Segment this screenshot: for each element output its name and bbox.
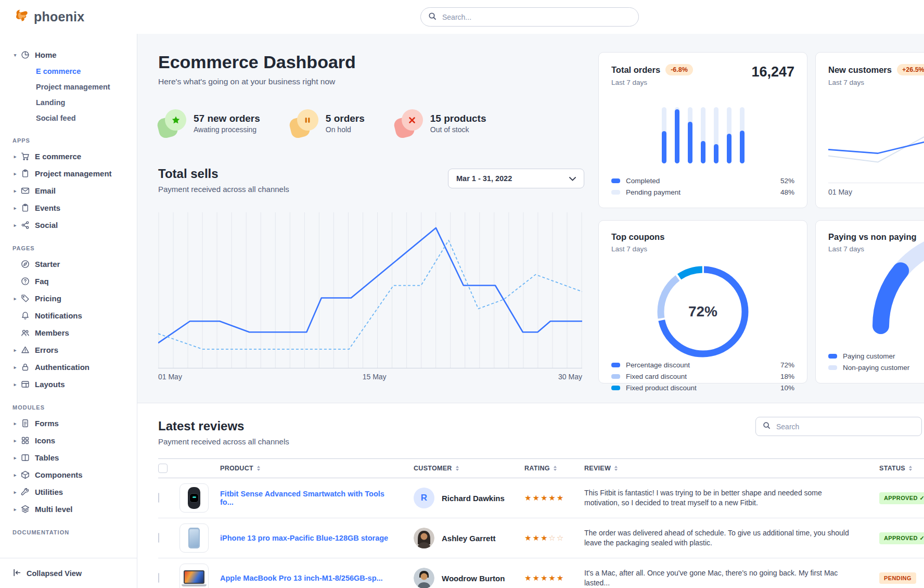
legend-value: 10%	[780, 384, 794, 392]
row-checkbox[interactable]	[158, 573, 159, 583]
sidebar-item-members[interactable]: Members	[11, 324, 131, 341]
logo-text: phoenix	[34, 9, 84, 24]
reviews-search-input[interactable]	[775, 422, 915, 431]
sidebar-item-email[interactable]: ▸Email	[11, 182, 131, 199]
product-image[interactable]	[179, 483, 209, 513]
sidebar-item-multi-level[interactable]: ▸Multi level	[11, 501, 131, 518]
sidebar-item-forms[interactable]: ▸Forms	[11, 415, 131, 432]
sidebar-item-events[interactable]: ▸Events	[11, 199, 131, 216]
row-checkbox[interactable]	[158, 533, 159, 543]
customer-name: Woodrow Burton	[442, 574, 505, 583]
legend-swatch	[611, 190, 620, 195]
caret-right-icon: ▸	[11, 171, 19, 176]
legend-item: Fixed product discount10%	[611, 384, 794, 392]
paying-vs-nonpaying-card: Paying vs non paying Last 7 days Paying …	[815, 220, 924, 384]
sidebar-item-label: Social	[35, 221, 58, 229]
sort-icon[interactable]	[257, 466, 260, 471]
search-icon	[428, 12, 437, 22]
share-icon	[21, 221, 30, 229]
sidebar-item-tables[interactable]: ▸Tables	[11, 449, 131, 466]
row-checkbox[interactable]	[158, 493, 159, 503]
column-header-review[interactable]: REVIEW	[584, 465, 879, 472]
total-sells-x-axis: 01 May 15 May 30 May	[158, 373, 582, 384]
select-all-checkbox[interactable]	[158, 464, 168, 473]
sidebar-subitem-project-management[interactable]: Project management	[11, 79, 131, 95]
review-table-row: iPhone 13 pro max-Pacific Blue-128GB sto…	[158, 518, 924, 558]
product-link[interactable]: iPhone 13 pro max-Pacific Blue-128GB sto…	[220, 534, 403, 542]
page-title: Ecommerce Dashboard	[158, 52, 584, 72]
sidebar-item-label: Multi level	[35, 505, 73, 514]
total-orders-legend: Completed52%Pending payment48%	[611, 177, 794, 196]
sidebar-item-starter[interactable]: Starter	[11, 255, 131, 273]
sort-icon[interactable]	[554, 466, 557, 471]
avatar: R	[414, 488, 434, 508]
sidebar-item-errors[interactable]: ▸Errors	[11, 341, 131, 359]
legend-label: Paying customer	[843, 352, 895, 360]
sidebar-item-label: Notifications	[35, 311, 82, 320]
total-orders-value: 16,247	[751, 64, 794, 80]
sidebar-subitem-e-commerce[interactable]: E commerce	[11, 63, 131, 79]
product-link[interactable]: Fitbit Sense Advanced Smartwatch with To…	[220, 490, 414, 506]
sidebar-item-faq[interactable]: Faq	[11, 273, 131, 290]
product-image[interactable]	[179, 523, 209, 553]
product-image[interactable]	[179, 564, 209, 588]
status-badge: APPROVED ✓	[879, 532, 924, 544]
column-header-rating[interactable]: RATING	[524, 465, 584, 472]
sort-icon[interactable]	[614, 466, 618, 471]
sidebar-item-utilities[interactable]: ▸Utilities	[11, 483, 131, 501]
box-icon	[21, 470, 30, 479]
sidebar-item-notifications[interactable]: Notifications	[11, 307, 131, 324]
navbar-search-input[interactable]	[441, 12, 631, 22]
reviews-search[interactable]	[755, 417, 922, 436]
review-table-row: Fitbit Sense Advanced Smartwatch with To…	[158, 478, 924, 518]
stat-label: On hold	[326, 125, 365, 134]
sidebar-item-components[interactable]: ▸Components	[11, 466, 131, 483]
caret-right-icon: ▸	[11, 206, 19, 211]
table-icon	[21, 453, 30, 462]
legend-item: Pending payment48%	[611, 188, 794, 196]
sidebar-item-layouts[interactable]: ▸Layouts	[11, 376, 131, 393]
file-icon	[21, 419, 30, 428]
sidebar-item-pricing[interactable]: ▸Pricing	[11, 290, 131, 307]
sidebar-item-icons[interactable]: ▸Icons	[11, 432, 131, 449]
sidebar-item-label: Events	[35, 203, 60, 212]
sidebar-item-label: Starter	[35, 260, 60, 269]
sidebar-item-home[interactable]: ▾Home	[11, 46, 131, 63]
navbar-search[interactable]	[420, 7, 639, 27]
column-header-status[interactable]: STATUS	[879, 465, 924, 472]
sidebar-section-label: MODULES	[12, 404, 131, 411]
status-badge: APPROVED ✓	[879, 492, 924, 504]
legend-value: 18%	[780, 373, 794, 380]
product-link[interactable]: Apple MacBook Pro 13 inch-M1-8/256GB-sp.…	[220, 574, 397, 582]
caret-down-icon: ▾	[11, 53, 19, 58]
logo[interactable]: phoenix	[14, 8, 84, 26]
warning-icon	[21, 346, 30, 354]
date-range-select[interactable]: Mar 1 - 31, 2022	[448, 169, 584, 188]
sidebar-item-authentication[interactable]: ▸Authentication	[11, 359, 131, 376]
smartwatch-image	[188, 487, 200, 509]
x-tick-label: 30 May	[558, 373, 582, 381]
collapse-view-toggle[interactable]: Collapsed View	[0, 558, 137, 588]
new-customers-line-chart	[828, 117, 924, 180]
column-header-customer[interactable]: CUSTOMER	[414, 465, 524, 472]
caret-right-icon: ▸	[11, 223, 19, 228]
caret-right-icon: ▸	[11, 188, 19, 194]
sidebar-item-social[interactable]: ▸Social	[11, 216, 131, 234]
column-header-product[interactable]: PRODUCT	[220, 465, 414, 472]
page-subtitle: Here's what's going on at your business …	[158, 77, 584, 86]
sidebar-item-project-management[interactable]: ▸Project management	[11, 165, 131, 182]
sidebar-subitem-landing[interactable]: Landing	[11, 95, 131, 110]
new-customers-change-badge: +26.5%	[897, 64, 924, 75]
clipboard-icon	[21, 203, 30, 212]
avatar	[414, 568, 434, 588]
sidebar-item-label: Email	[35, 186, 56, 195]
total-orders-title: Total orders	[611, 65, 660, 75]
sort-icon[interactable]	[456, 466, 459, 471]
lock-icon	[21, 363, 30, 372]
sort-icon[interactable]	[909, 466, 912, 471]
sidebar-item-e-commerce[interactable]: ▸E commerce	[11, 148, 131, 165]
sidebar-item-label: Components	[35, 470, 83, 479]
reviews-table-header: PRODUCTCUSTOMERRATINGREVIEWSTATUS	[158, 459, 924, 478]
sidebar-subitem-social-feed[interactable]: Social feed	[11, 110, 131, 126]
layers-icon	[21, 505, 30, 514]
